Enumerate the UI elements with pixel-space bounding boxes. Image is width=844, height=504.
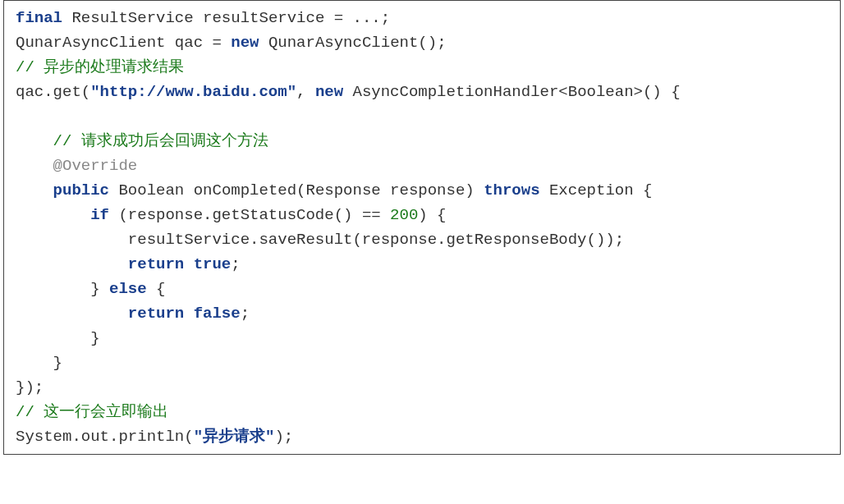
- code-line: } else {: [16, 280, 165, 298]
- code-line: public Boolean onCompleted(Response resp…: [16, 181, 652, 199]
- method-name: onCompleted(Response response): [194, 181, 484, 199]
- var-name: qac: [175, 34, 203, 52]
- kw-throws: throws: [484, 181, 539, 199]
- code-text: QunarAsyncClient();: [259, 34, 447, 52]
- code-text: qac.get(: [16, 83, 90, 101]
- kw-new: new: [231, 34, 259, 52]
- code-text: System.out.println(: [16, 428, 194, 446]
- string-literal: "http://www.baidu.com": [90, 83, 296, 101]
- type-name: QunarAsyncClient: [16, 34, 165, 52]
- code-text: [165, 34, 174, 52]
- code-line: return false;: [16, 305, 250, 323]
- kw-return: return: [128, 255, 184, 273]
- indent: [16, 206, 90, 224]
- kw-new: new: [315, 83, 343, 101]
- code-text: AsyncCompletionHandler<Boolean>() {: [343, 83, 680, 101]
- code-text: [540, 181, 549, 199]
- code-comment: // 这一行会立即输出: [16, 403, 168, 421]
- code-text: (response.getStatusCode() ==: [109, 206, 390, 224]
- code-text: =: [203, 34, 231, 52]
- number-literal: 200: [390, 206, 418, 224]
- var-name: resultService: [203, 9, 324, 27]
- kw-if: if: [90, 206, 109, 224]
- indent: [16, 181, 53, 199]
- kw-return: return: [128, 305, 184, 323]
- string-literal: "异步请求": [194, 428, 275, 446]
- code-comment: // 请求成功后会回调这个方法: [16, 132, 268, 150]
- code-line: });: [16, 378, 44, 396]
- code-line: }: [16, 329, 100, 347]
- code-text: ;: [231, 255, 240, 273]
- code-line: System.out.println("异步请求");: [16, 428, 293, 446]
- code-text: [184, 255, 193, 273]
- code-line: }: [16, 354, 62, 372]
- code-text: ) {: [418, 206, 446, 224]
- code-text: ,: [296, 83, 315, 101]
- kw-else: else: [109, 280, 147, 298]
- code-line: QunarAsyncClient qac = new QunarAsyncCli…: [16, 34, 447, 52]
- code-text: = ...;: [324, 9, 390, 27]
- code-line: finalresultService ResultService resultS…: [16, 9, 390, 27]
- code-text: );: [274, 428, 293, 446]
- code-comment: // 异步的处理请求结果: [16, 58, 184, 76]
- return-type: Boolean: [118, 181, 184, 199]
- kw-final: final: [16, 9, 62, 27]
- code-text: {: [147, 280, 166, 298]
- code-line: resultService.saveResult(response.getRes…: [16, 231, 624, 249]
- annotation: @Override: [16, 157, 137, 175]
- type-name: ResultService: [71, 9, 193, 27]
- code-text: [184, 181, 193, 199]
- code-line: if (response.getStatusCode() == 200) {: [16, 206, 447, 224]
- code-line: qac.get("http://www.baidu.com", new Asyn…: [16, 83, 681, 101]
- kw-true: true: [194, 255, 232, 273]
- kw-false: false: [194, 305, 241, 323]
- indent: [16, 305, 128, 323]
- code-text: [194, 9, 203, 27]
- exception-type: Exception {: [549, 181, 652, 199]
- indent: [16, 255, 128, 273]
- code-text: [62, 9, 71, 27]
- code-text: [109, 181, 118, 199]
- code-line: return true;: [16, 255, 241, 273]
- code-text: ;: [241, 305, 250, 323]
- kw-public: public: [53, 181, 109, 199]
- code-block: finalresultService ResultService resultS…: [3, 0, 841, 455]
- code-text: }: [16, 280, 109, 298]
- code-text: [184, 305, 193, 323]
